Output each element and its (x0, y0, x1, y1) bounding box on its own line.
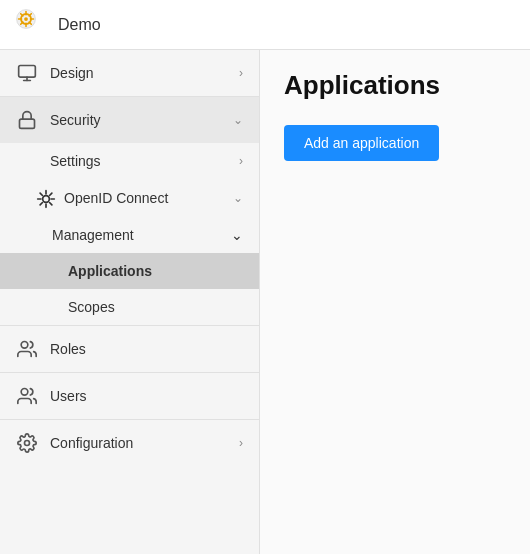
gear-icon (16, 432, 38, 454)
sidebar-item-users[interactable]: Users (0, 373, 259, 419)
openid-label: OpenID Connect (64, 190, 233, 206)
app-logo (16, 9, 48, 41)
openid-icon (36, 189, 54, 207)
content-area: Applications Add an application (260, 50, 530, 554)
users-icon (16, 385, 38, 407)
logo-icon (16, 9, 36, 29)
sidebar-item-openid[interactable]: OpenID Connect ⌄ (0, 179, 259, 217)
svg-point-16 (21, 342, 28, 349)
management-label: Management (52, 227, 231, 243)
sidebar-item-management[interactable]: Management ⌄ (0, 217, 259, 253)
svg-rect-11 (19, 66, 36, 78)
applications-label: Applications (68, 263, 152, 279)
sidebar-item-scopes[interactable]: Scopes (0, 289, 259, 325)
chevron-down-icon-3: ⌄ (231, 227, 243, 243)
sidebar-item-configuration[interactable]: Configuration › (0, 420, 259, 466)
sidebar-item-security[interactable]: Security ⌄ (0, 97, 259, 143)
chevron-right-icon: › (239, 154, 243, 168)
svg-point-2 (24, 17, 28, 21)
security-label: Security (50, 112, 233, 128)
app-header: Demo (0, 0, 530, 50)
monitor-icon (16, 62, 38, 84)
sidebar: Design › Security ⌄ Settings › (0, 50, 260, 554)
chevron-down-icon-2: ⌄ (233, 191, 243, 205)
roles-label: Roles (50, 341, 243, 357)
svg-point-18 (25, 441, 30, 446)
sidebar-item-settings[interactable]: Settings › (0, 143, 259, 179)
sidebar-item-design[interactable]: Design › (0, 50, 259, 96)
scopes-label: Scopes (68, 299, 115, 315)
main-layout: Design › Security ⌄ Settings › (0, 50, 530, 554)
page-title: Applications (284, 70, 506, 101)
svg-rect-14 (20, 119, 35, 128)
svg-point-17 (21, 389, 28, 396)
chevron-right-icon: › (239, 66, 243, 80)
svg-point-15 (43, 196, 50, 203)
settings-label: Settings (50, 153, 239, 169)
users-label: Users (50, 388, 243, 404)
lock-icon (16, 109, 38, 131)
chevron-down-icon: ⌄ (233, 113, 243, 127)
app-title: Demo (58, 16, 101, 34)
roles-icon (16, 338, 38, 360)
sidebar-item-roles[interactable]: Roles (0, 326, 259, 372)
sidebar-item-applications[interactable]: Applications (0, 253, 259, 289)
design-label: Design (50, 65, 239, 81)
chevron-right-icon-3: › (239, 436, 243, 450)
add-application-button[interactable]: Add an application (284, 125, 439, 161)
configuration-label: Configuration (50, 435, 239, 451)
